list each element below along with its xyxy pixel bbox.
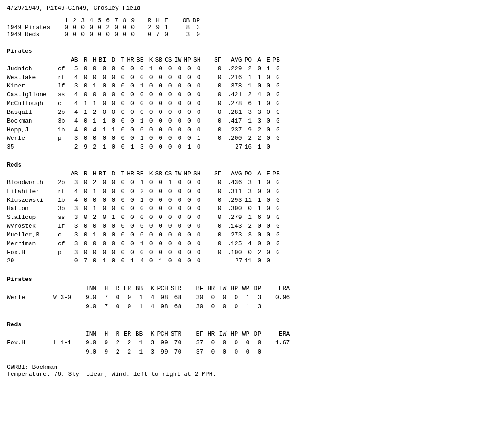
pitcher-HP: 0 xyxy=(229,338,241,348)
player-BB: 0 xyxy=(137,249,146,257)
totals-pos-blank xyxy=(58,143,71,152)
player-SH: 0 xyxy=(193,91,203,100)
player-HR: 0 xyxy=(127,179,137,187)
pitch-totals-blank2 xyxy=(53,348,86,357)
player-E: 0 xyxy=(263,196,273,205)
player-A: 2 xyxy=(254,134,263,143)
player-SF: 0 xyxy=(203,179,223,187)
player-IW: 0 xyxy=(174,179,184,187)
col-header-D: D xyxy=(108,170,118,179)
player-D: 0 xyxy=(108,249,118,257)
pitcher-name: Werle xyxy=(7,293,53,302)
player-A: 0 xyxy=(254,231,263,240)
player-BB: 1 xyxy=(137,240,146,249)
player-E: 0 xyxy=(263,91,273,100)
player-AVG: .237 xyxy=(223,126,244,135)
scoreboard-header-blank xyxy=(7,17,62,24)
player-AB: 5 xyxy=(71,65,81,74)
player-CS: 0 xyxy=(165,117,174,126)
pitcher-STR: 70 xyxy=(171,338,184,348)
player-pos: 2b xyxy=(58,108,71,117)
totals-BB: 1 xyxy=(127,143,137,152)
player-H: 4 xyxy=(90,126,99,135)
player-T: 0 xyxy=(118,117,127,126)
player-IW: 0 xyxy=(174,213,184,222)
player-SB: 0 xyxy=(155,100,165,108)
player-A: 6 xyxy=(254,213,263,222)
col-header-pos xyxy=(58,56,71,65)
totals-R: 2 xyxy=(71,143,81,152)
player-H: 1 xyxy=(90,100,99,108)
player-PO: 3 xyxy=(244,231,254,240)
player-CS: 0 xyxy=(165,74,174,82)
col-header-PO: PO xyxy=(244,56,254,65)
player-HR: 0 xyxy=(127,196,137,205)
col-header-PO: PO xyxy=(244,170,254,179)
totals-HP: 0 xyxy=(174,143,184,152)
player-BI: 0 xyxy=(99,134,109,143)
pitch-total-HR: 0 xyxy=(206,302,217,311)
player-A: 2 xyxy=(254,126,263,135)
player-T: 0 xyxy=(118,82,127,91)
player-BI: 0 xyxy=(99,91,109,100)
player-K: 0 xyxy=(146,134,155,143)
player-AB: 4 xyxy=(71,91,81,100)
pitch-total-H: 9 xyxy=(99,348,111,357)
player-HP: 0 xyxy=(184,213,193,222)
pitcher-WP: 0 xyxy=(241,338,252,348)
player-R: 0 xyxy=(81,213,90,222)
player-SF: 0 xyxy=(203,74,223,82)
player-K: 1 xyxy=(146,65,155,74)
player-AVG: .229 xyxy=(223,65,244,74)
col-header-K: K xyxy=(146,170,155,179)
player-IW: 0 xyxy=(174,249,184,257)
col-header-HP: HP xyxy=(184,170,193,179)
pitch-total-BF: 37 xyxy=(194,348,206,357)
player-BB: 0 xyxy=(137,231,146,240)
player-SF: 0 xyxy=(203,240,223,249)
inning-score: 0 xyxy=(96,24,104,31)
player-H: 0 xyxy=(90,222,99,231)
pitch-header-ER: ER xyxy=(122,330,134,339)
player-BI: 0 xyxy=(99,179,109,187)
col-header-PB: PB xyxy=(273,170,282,179)
totals-A: 11 xyxy=(244,257,254,266)
pitcher-ERA: 0.96 xyxy=(274,293,292,302)
player-pos: c xyxy=(58,231,71,240)
player-AB: 3 xyxy=(71,222,81,231)
pitch-totals-blank xyxy=(7,348,53,357)
player-SB: 0 xyxy=(155,108,165,117)
player-PO: 1 xyxy=(244,74,254,82)
col-header-R: R xyxy=(81,56,90,65)
player-D: 0 xyxy=(108,117,118,126)
player-HP: 0 xyxy=(184,134,193,143)
totals-HR: 0 xyxy=(118,143,127,152)
player-PB: 0 xyxy=(273,108,282,117)
player-AVG: .311 xyxy=(223,187,244,196)
totals-SF: 0 xyxy=(193,257,203,266)
player-HR: 0 xyxy=(127,240,137,249)
pitch-total-PCH: 99 xyxy=(157,348,170,357)
player-D: 0 xyxy=(108,222,118,231)
player-CS: 0 xyxy=(165,65,174,74)
player-BI: 0 xyxy=(99,108,109,117)
pitch-total-ER: 2 xyxy=(122,348,134,357)
player-K: 0 xyxy=(146,117,155,126)
player-K: 0 xyxy=(146,240,155,249)
inning-header: 6 xyxy=(104,17,112,24)
col-header-BI: BI xyxy=(99,56,109,65)
col-header-AB: AB xyxy=(71,170,81,179)
player-name: Basgall xyxy=(7,108,58,117)
player-E: 0 xyxy=(263,179,273,187)
batting-team-label: Reds xyxy=(7,159,282,170)
pitch-header-BF: BF xyxy=(194,284,206,293)
player-H: 0 xyxy=(90,249,99,257)
player-PB: 0 xyxy=(273,100,282,108)
pitch-header-PCH: PCH xyxy=(157,284,170,293)
player-SB: 0 xyxy=(155,117,165,126)
player-HR: 0 xyxy=(127,117,137,126)
pitch-header-STR: STR xyxy=(171,330,184,339)
player-CS: 0 xyxy=(165,82,174,91)
col-header-HR: HR xyxy=(127,56,137,65)
team-R: 2 xyxy=(146,24,154,31)
